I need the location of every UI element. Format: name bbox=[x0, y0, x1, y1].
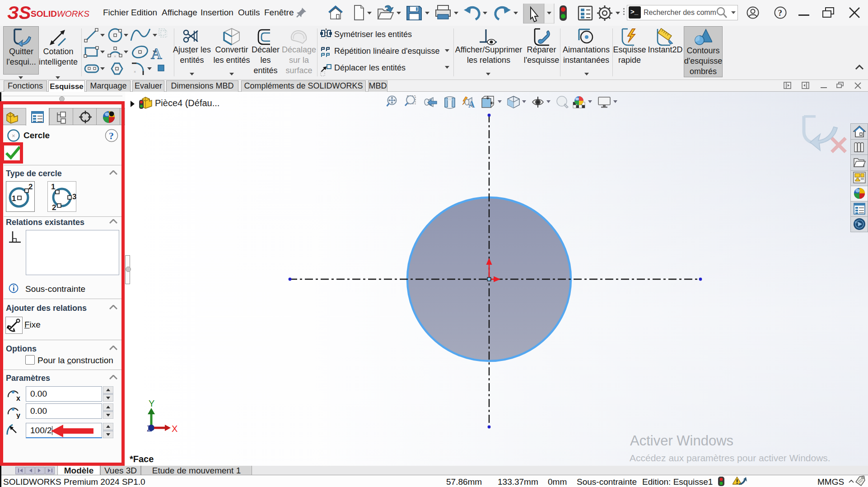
svg-text:×: × bbox=[134, 70, 136, 74]
svg-text:A: A bbox=[468, 99, 475, 109]
svg-text:A: A bbox=[151, 45, 162, 62]
svg-text:3D: 3D bbox=[854, 221, 858, 224]
svg-text:Y: Y bbox=[149, 398, 154, 408]
svg-text:ЗS: ЗS bbox=[7, 3, 31, 23]
svg-text:×: × bbox=[114, 54, 116, 59]
svg-text:?: ? bbox=[778, 8, 783, 18]
svg-text:SOLIDWORKS: SOLIDWORKS bbox=[31, 9, 89, 19]
svg-text:X: X bbox=[172, 424, 177, 434]
svg-text:Z: Z bbox=[147, 424, 152, 433]
